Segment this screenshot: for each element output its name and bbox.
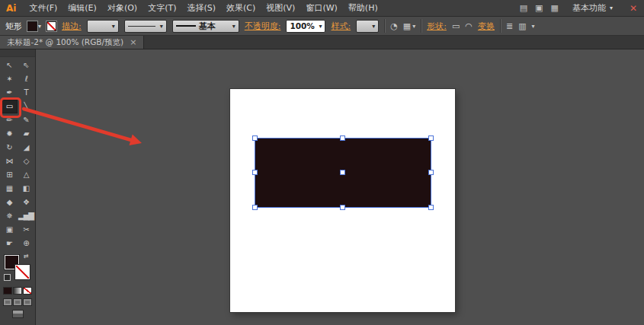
selected-rectangle[interactable]: [255, 139, 431, 207]
opacity-link[interactable]: 不透明度:: [245, 21, 281, 32]
draw-normal-button[interactable]: [3, 298, 12, 306]
selection-handle-middle-right[interactable]: [428, 170, 434, 175]
tool-blob-brush[interactable]: ✹: [1, 127, 18, 141]
tool-pencil[interactable]: ✎: [18, 113, 34, 127]
menu-effect[interactable]: 效果(C): [221, 2, 261, 14]
tool-icon: ◢: [24, 144, 29, 151]
tool-rectangle[interactable]: ▭: [1, 100, 18, 113]
workspace-grid-icon[interactable]: ▦: [551, 3, 559, 13]
tool-gradient[interactable]: ◧: [18, 182, 34, 196]
tool-icon: ↖: [6, 62, 11, 69]
selection-handle-bottom-middle[interactable]: [340, 205, 345, 210]
window-close-button[interactable]: ✕: [626, 3, 637, 14]
shape-properties-icon-1[interactable]: ▭: [452, 21, 460, 31]
brush-definition-combo[interactable]: 基本 ▾: [172, 20, 239, 33]
menu-type[interactable]: 文字(T): [143, 2, 181, 14]
color-button[interactable]: [3, 287, 12, 295]
tool-icon: ▂▅▇: [18, 212, 34, 220]
stroke-panel-link[interactable]: 描边:: [62, 21, 82, 32]
document-tab-close-icon[interactable]: ×: [130, 37, 136, 47]
draw-behind-button[interactable]: [13, 298, 22, 306]
tool-slice[interactable]: ✂: [18, 223, 34, 237]
gradient-button[interactable]: [13, 287, 22, 295]
document-layout-icon[interactable]: ▣: [535, 3, 543, 13]
tool-icon: △: [24, 171, 29, 179]
selection-handle-middle-left[interactable]: [252, 170, 258, 175]
tool-eraser[interactable]: ▰: [18, 127, 34, 141]
tool-width[interactable]: ⋈: [1, 155, 18, 168]
swap-fill-stroke-icon[interactable]: ⇄: [24, 253, 29, 260]
tool-symbol-sprayer[interactable]: ✵: [1, 209, 18, 223]
drawing-mode-buttons: [0, 298, 35, 306]
tool-column-graph[interactable]: ▂▅▇: [18, 209, 34, 223]
tool-shape-builder[interactable]: ⊞: [1, 168, 18, 182]
stroke-color-indicator[interactable]: [15, 265, 30, 279]
opacity-combo[interactable]: 100% ▾: [286, 20, 325, 33]
fill-color-swatch[interactable]: ▾: [27, 21, 41, 31]
stroke-color-swatch[interactable]: [46, 21, 56, 31]
align-grid-glyph: ▦: [403, 21, 411, 31]
recolor-artwork-icon[interactable]: ◔: [390, 21, 398, 31]
chevron-down-icon: ▾: [610, 5, 613, 11]
menu-object[interactable]: 对象(O): [102, 2, 143, 14]
tool-type[interactable]: T: [18, 86, 34, 100]
tool-magic-wand[interactable]: ✶: [1, 72, 18, 86]
tool-scale[interactable]: ◢: [18, 141, 34, 155]
shape-properties-icon-2[interactable]: ◠: [465, 21, 473, 31]
distribute-objects-icon[interactable]: ▥: [518, 21, 526, 31]
workspace-switcher[interactable]: 基本功能 ▾: [568, 2, 617, 14]
tool-paintbrush[interactable]: ✏: [1, 113, 18, 127]
tool-artboard[interactable]: ▣: [1, 223, 18, 237]
tool-mesh[interactable]: ▦: [1, 182, 18, 196]
selection-handle-bottom-right[interactable]: [428, 205, 434, 210]
tool-perspective-grid[interactable]: △: [18, 168, 34, 182]
tool-eyedropper[interactable]: ◆: [1, 196, 18, 209]
default-fill-stroke-icon[interactable]: [4, 274, 11, 281]
draw-inside-button[interactable]: [23, 298, 32, 306]
tool-zoom[interactable]: ⊕: [18, 237, 34, 250]
document-tab-bar: 未标题-2* @ 100% (RGB/预览) ×: [0, 36, 644, 49]
tool-free-transform[interactable]: ◇: [18, 155, 34, 168]
tool-selection[interactable]: ↖: [1, 59, 18, 72]
tool-line-segment[interactable]: ╲: [18, 100, 34, 113]
tool-direct-selection[interactable]: ⇖: [18, 59, 34, 72]
tool-hand[interactable]: ☛: [1, 237, 18, 250]
chevron-down-icon: ▾: [412, 23, 415, 30]
tool-lasso[interactable]: ℓ: [18, 72, 34, 86]
graphic-style-link[interactable]: 样式:: [331, 21, 351, 32]
shape-link[interactable]: 形状:: [427, 21, 447, 32]
selection-center-point[interactable]: [340, 170, 345, 175]
tool-blend[interactable]: ❖: [18, 196, 34, 209]
tool-pen[interactable]: ✒: [1, 86, 18, 100]
selection-handle-bottom-left[interactable]: [252, 205, 258, 210]
menu-edit[interactable]: 编辑(E): [62, 2, 102, 14]
transform-link[interactable]: 变换: [478, 21, 495, 32]
change-screen-mode-button[interactable]: [12, 310, 24, 318]
menu-file[interactable]: 文件(F): [24, 2, 62, 14]
stroke-weight-combo[interactable]: ▾: [87, 20, 119, 33]
chevron-down-icon: ▾: [38, 23, 41, 30]
more-options-icon[interactable]: ▾: [532, 23, 535, 30]
brush-definition-value: 基本: [199, 21, 216, 32]
control-bar: 矩形 ▾ 描边: ▾ ▾ 基本 ▾ 不透明度: 100% ▾ 样式: ▾ ◔: [0, 17, 644, 36]
align-objects-icon[interactable]: ≣: [506, 21, 513, 31]
canvas-area[interactable]: [37, 49, 644, 325]
menu-select[interactable]: 选择(S): [181, 2, 221, 14]
none-button[interactable]: [23, 287, 32, 295]
align-panel-icon[interactable]: ▦ ▾: [403, 21, 415, 31]
selection-handle-top-middle[interactable]: [340, 135, 345, 141]
tool-icon: ℓ: [24, 75, 27, 83]
width-profile-combo[interactable]: ▾: [124, 20, 167, 33]
selection-handle-top-right[interactable]: [428, 135, 434, 141]
toolbar-grip[interactable]: [0, 49, 35, 57]
tool-icon: ◧: [23, 185, 29, 193]
menu-help[interactable]: 帮助(H): [343, 2, 383, 14]
document-tab[interactable]: 未标题-2* @ 100% (RGB/预览) ×: [0, 36, 144, 49]
menu-view[interactable]: 视图(V): [261, 2, 300, 14]
separator: [384, 19, 385, 33]
tool-rotate[interactable]: ↻: [1, 141, 18, 155]
selection-handle-top-left[interactable]: [252, 135, 258, 141]
graphic-style-combo[interactable]: ▾: [356, 20, 379, 33]
arrange-documents-icon[interactable]: ▤: [520, 3, 527, 13]
menu-window[interactable]: 窗口(W): [300, 2, 342, 14]
